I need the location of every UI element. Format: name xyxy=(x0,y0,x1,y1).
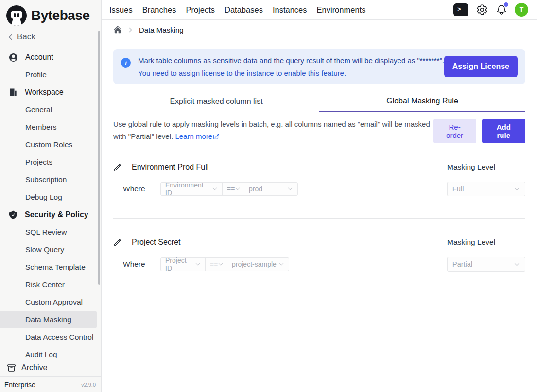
sidebar-item-profile[interactable]: Profile xyxy=(0,66,101,84)
condition-value: prod xyxy=(249,185,262,193)
tab-explicit-masked-column-list[interactable]: Explicit masked column list xyxy=(113,91,319,112)
learn-more-label: Learn more xyxy=(175,130,212,142)
sidebar: Bytebase Back Account Profile Workspace xyxy=(0,0,102,392)
sidebar-nav: Account Profile Workspace General Member… xyxy=(0,44,101,363)
sidebar-section-security-policy[interactable]: Security & Policy xyxy=(0,206,101,223)
back-label: Back xyxy=(17,32,35,42)
terminal-glyph: >_ xyxy=(457,6,464,13)
breadcrumb-current: Data Masking xyxy=(139,26,184,34)
chevron-right-icon xyxy=(127,27,134,33)
condition-value-select[interactable]: prod xyxy=(244,182,298,196)
condition-group: Environment ID == prod xyxy=(160,182,298,196)
chevron-down-icon xyxy=(235,186,241,192)
sidebar-item-data-masking[interactable]: Data Masking xyxy=(0,311,97,328)
sidebar-item-risk-center[interactable]: Risk Center xyxy=(0,276,101,293)
sidebar-item-debug-log[interactable]: Debug Log xyxy=(0,188,101,206)
sidebar-item-data-access-control[interactable]: Data Access Control xyxy=(0,328,101,346)
license-banner: i Mark table columns as sensitive data a… xyxy=(113,49,525,84)
condition-value: project-sample xyxy=(232,260,277,268)
bell-icon[interactable] xyxy=(496,4,507,16)
shield-check-icon xyxy=(8,210,18,220)
condition-group: Project ID == project-sample xyxy=(160,257,289,271)
banner-text: Mark table columns as sensitive data and… xyxy=(138,56,444,77)
nav-item-projects[interactable]: Projects xyxy=(186,5,215,15)
condition-field-select[interactable]: Environment ID xyxy=(160,182,223,196)
description-text: Use global rule to apply masking levels … xyxy=(113,120,430,140)
sidebar-item-sql-review[interactable]: SQL Review xyxy=(0,223,101,241)
sidebar-item-custom-approval[interactable]: Custom Approval xyxy=(0,293,101,311)
chevron-down-icon xyxy=(218,261,224,267)
sidebar-section-account[interactable]: Account xyxy=(0,49,101,66)
sidebar-item-custom-roles[interactable]: Custom Roles xyxy=(0,136,101,153)
reorder-button[interactable]: Re-order xyxy=(433,119,476,143)
masking-level-label: Masking Level xyxy=(447,163,495,171)
masking-level-value: Full xyxy=(452,185,464,193)
sidebar-footer: Enterprise v2.9.0 xyxy=(0,376,101,392)
condition-value-select[interactable]: project-sample xyxy=(227,257,289,271)
chevron-down-icon xyxy=(195,261,201,267)
version-label: v2.9.0 xyxy=(81,382,96,388)
chevron-down-icon xyxy=(278,261,284,267)
brand-name: Bytebase xyxy=(31,8,90,23)
nav-item-environments[interactable]: Environments xyxy=(317,5,366,15)
item-label: General xyxy=(25,105,52,114)
main-column: Issues Branches Projects Databases Insta… xyxy=(102,0,537,392)
sidebar-scrollbar[interactable] xyxy=(98,31,100,285)
avatar[interactable]: T xyxy=(515,3,528,17)
toolbar-buttons: Re-order Add rule xyxy=(433,119,525,143)
top-navigation-bar: Issues Branches Projects Databases Insta… xyxy=(102,0,537,20)
item-label: Data Masking xyxy=(25,315,71,324)
masking-level-select[interactable]: Partial xyxy=(447,257,525,272)
plan-label: Enterprise xyxy=(4,381,35,389)
masking-rule-project-secret: Project Secret Masking Level Where Proje… xyxy=(113,238,525,272)
rules-description: Use global rule to apply masking levels … xyxy=(113,118,433,142)
sidebar-item-members[interactable]: Members xyxy=(0,119,101,136)
back-button[interactable]: Back xyxy=(0,30,101,44)
avatar-letter: T xyxy=(520,6,524,14)
chevron-down-icon xyxy=(212,186,218,192)
sidebar-item-projects[interactable]: Projects xyxy=(0,153,101,171)
item-label: Custom Roles xyxy=(25,140,72,149)
nav-item-databases[interactable]: Databases xyxy=(225,5,263,15)
masking-rule-environment-prod-full: Environment Prod Full Masking Level Wher… xyxy=(113,163,525,196)
sidebar-item-subscription[interactable]: Subscription xyxy=(0,171,101,188)
sidebar-item-general[interactable]: General xyxy=(0,101,101,119)
learn-more-link[interactable]: Learn more xyxy=(175,130,220,142)
item-label: Data Access Control xyxy=(25,333,93,341)
condition-operator-select[interactable]: == xyxy=(205,257,227,271)
gear-icon[interactable] xyxy=(476,3,488,16)
item-label: SQL Review xyxy=(25,228,67,237)
sql-editor-terminal-icon[interactable]: >_ xyxy=(453,3,468,16)
info-icon: i xyxy=(121,58,131,68)
app-window: Bytebase Back Account Profile Workspace xyxy=(0,0,537,392)
nav-item-instances[interactable]: Instances xyxy=(273,5,307,15)
item-label: Subscription xyxy=(25,175,67,184)
building-icon xyxy=(8,87,18,97)
assign-license-button[interactable]: Assign License xyxy=(444,56,518,77)
condition-operator-select[interactable]: == xyxy=(222,182,244,196)
topbar-icons: >_ T xyxy=(453,3,537,17)
sidebar-item-archive[interactable]: Archive xyxy=(0,359,101,376)
add-rule-button[interactable]: Add rule xyxy=(482,119,525,143)
item-label: Projects xyxy=(25,158,52,167)
sidebar-item-slow-query[interactable]: Slow Query xyxy=(0,241,101,258)
masking-level-select[interactable]: Full xyxy=(447,182,525,196)
where-label: Where xyxy=(123,260,160,269)
pencil-icon[interactable] xyxy=(113,163,121,171)
page-content: Data Masking i Mark table columns as sen… xyxy=(102,20,537,392)
condition-field-select[interactable]: Project ID xyxy=(160,257,206,271)
tab-global-masking-rule[interactable]: Global Masking Rule xyxy=(319,91,525,112)
pencil-icon[interactable] xyxy=(113,239,121,247)
brand[interactable]: Bytebase xyxy=(0,0,101,27)
top-nav: Issues Branches Projects Databases Insta… xyxy=(109,5,365,15)
nav-item-branches[interactable]: Branches xyxy=(142,5,176,15)
notification-dot xyxy=(504,2,508,7)
sidebar-item-schema-template[interactable]: Schema Template xyxy=(0,258,101,276)
sidebar-section-workspace[interactable]: Workspace xyxy=(0,84,101,101)
nav-item-issues[interactable]: Issues xyxy=(109,5,133,15)
home-icon[interactable] xyxy=(113,25,122,34)
external-link-icon xyxy=(213,133,220,140)
section-label: Security & Policy xyxy=(25,210,88,219)
breadcrumb: Data Masking xyxy=(113,20,525,39)
item-label: Schema Template xyxy=(25,263,86,272)
